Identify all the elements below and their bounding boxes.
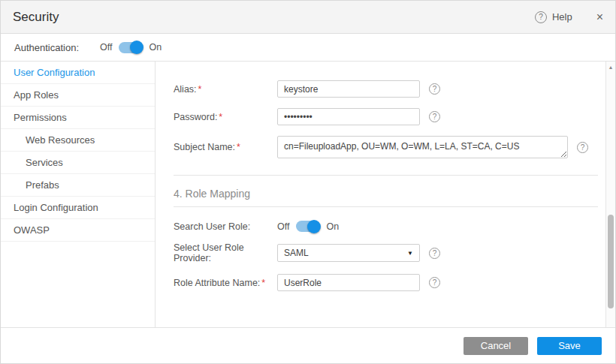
toggle-knob	[130, 41, 143, 54]
page-title: Security	[13, 10, 59, 25]
sidebar-item-user-configuration[interactable]: User Configuration	[1, 62, 155, 84]
role-provider-value: SAML	[284, 248, 309, 258]
help-link[interactable]: Help	[552, 11, 572, 23]
required-mark: *	[219, 112, 222, 122]
save-button[interactable]: Save	[537, 337, 602, 355]
search-user-role-on-label: On	[326, 221, 339, 232]
sidebar-item-permissions[interactable]: Permissions	[1, 107, 155, 129]
sidebar-item-login-configuration[interactable]: Login Configuration	[1, 197, 155, 219]
alias-label: Alias:*	[174, 84, 277, 95]
vertical-scrollbar[interactable]: ▲	[605, 62, 615, 327]
role-provider-select[interactable]: SAML ▼	[277, 244, 420, 262]
sidebar-item-web-resources[interactable]: Web Resources	[1, 129, 155, 152]
sidebar-item-services[interactable]: Services	[1, 152, 155, 174]
close-icon[interactable]: ×	[596, 11, 603, 23]
main-area: Alias:* ? Password:* ? Subject Name:* cn…	[156, 62, 615, 327]
toggle-knob	[307, 220, 321, 233]
body: User Configuration App Roles Permissions…	[1, 62, 615, 327]
sidebar: User Configuration App Roles Permissions…	[1, 62, 156, 327]
authentication-label: Authentication:	[14, 42, 79, 53]
required-mark: *	[198, 84, 202, 95]
help-icon[interactable]: ?	[577, 142, 588, 153]
security-panel: Security ? Help × Authentication: Off On…	[0, 0, 616, 364]
role-attribute-input[interactable]	[277, 274, 420, 291]
sidebar-item-app-roles[interactable]: App Roles	[1, 84, 155, 107]
password-row: Password:* ?	[174, 108, 598, 125]
role-provider-label: Select User Role Provider:	[174, 242, 277, 263]
header-actions: ? Help ×	[535, 11, 603, 23]
help-icon[interactable]: ?	[429, 248, 440, 259]
scroll-up-icon[interactable]: ▲	[606, 62, 615, 72]
required-mark: *	[237, 142, 240, 152]
help-icon[interactable]: ?	[429, 111, 440, 122]
caret-down-icon: ▼	[407, 250, 413, 257]
subject-name-input[interactable]: cn=FileuploadApp, OU=WM, O=WM, L=LA, ST=…	[277, 136, 568, 158]
role-provider-row: Select User Role Provider: SAML ▼ ?	[174, 242, 598, 263]
header: Security ? Help ×	[1, 1, 615, 34]
password-label: Password:*	[174, 112, 277, 122]
form-content: Alias:* ? Password:* ? Subject Name:* cn…	[156, 62, 605, 327]
authentication-on-label: On	[149, 42, 162, 53]
section-underline	[174, 206, 598, 207]
authentication-bar: Authentication: Off On	[1, 34, 615, 62]
subject-name-row: Subject Name:* cn=FileuploadApp, OU=WM, …	[174, 136, 598, 158]
subject-name-label: Subject Name:*	[174, 142, 277, 152]
footer: Cancel Save	[1, 327, 615, 363]
required-mark: *	[261, 278, 265, 288]
search-user-role-toggle[interactable]	[296, 221, 319, 232]
role-attribute-row: Role Attribute Name:* ?	[174, 274, 598, 291]
help-icon[interactable]: ?	[535, 11, 547, 23]
scrollbar-thumb[interactable]	[608, 215, 614, 308]
password-input[interactable]	[277, 108, 420, 125]
sidebar-item-prefabs[interactable]: Prefabs	[1, 174, 155, 197]
role-mapping-section-title: 4. Role Mapping	[174, 188, 598, 200]
help-icon[interactable]: ?	[429, 83, 440, 95]
search-user-role-label: Search User Role:	[174, 221, 277, 232]
search-user-role-row: Search User Role: Off On	[174, 221, 598, 232]
authentication-off-label: Off	[100, 42, 112, 53]
help-icon[interactable]: ?	[429, 277, 440, 288]
authentication-toggle[interactable]	[119, 42, 142, 53]
search-user-role-off-label: Off	[277, 221, 289, 232]
cancel-button[interactable]: Cancel	[464, 337, 528, 355]
section-separator	[174, 175, 598, 176]
role-attribute-label: Role Attribute Name:*	[174, 278, 277, 288]
alias-input[interactable]	[277, 80, 420, 98]
sidebar-item-owasp[interactable]: OWASP	[1, 219, 155, 242]
alias-row: Alias:* ?	[174, 80, 598, 98]
